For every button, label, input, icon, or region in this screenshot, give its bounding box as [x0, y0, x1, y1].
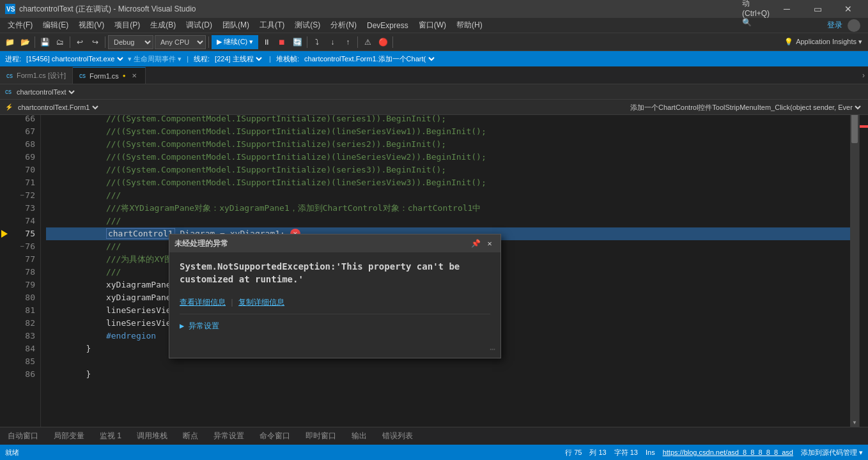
lightbulb-icon: 💡	[784, 38, 793, 46]
restore-button[interactable]: ▭	[803, 0, 832, 18]
scroll-down-btn[interactable]: ▼	[850, 418, 859, 427]
bottom-tab-breakpoints[interactable]: 断点	[180, 429, 201, 443]
step-over-btn[interactable]: ⤵	[310, 35, 324, 49]
menu-devexpress[interactable]: DevExpress	[362, 18, 414, 33]
save-all-btn[interactable]: 🗂	[53, 35, 67, 49]
platform-dropdown[interactable]: Any CPU	[155, 35, 206, 49]
separator-2	[70, 36, 70, 48]
redo-btn[interactable]: ↪	[88, 35, 102, 49]
view-details-link[interactable]: 查看详细信息	[180, 296, 226, 309]
bottom-tab-autowindow[interactable]: 自动窗口	[5, 429, 41, 443]
breadcrumb-right: 添加一个ChartControl控件ToolStripMenuItem_Clic…	[628, 103, 863, 112]
tab-form1-design[interactable]: cs Form1.cs [设计]	[0, 67, 73, 84]
bottom-tab-locals[interactable]: 局部变量	[51, 429, 87, 443]
code-line-67: //((System.ComponentModel.ISupportInitia…	[46, 125, 850, 138]
login-link[interactable]: 登录	[827, 20, 842, 31]
stack-dropdown[interactable]: chartcontrolText.Form1.添加一个Chart(	[302, 54, 437, 63]
close-button[interactable]: ✕	[833, 0, 863, 18]
method-dropdown[interactable]: 添加一个ChartControl控件ToolStripMenuItem_Clic…	[628, 103, 863, 112]
bottom-tab-exceptsettings[interactable]: 异常设置	[211, 429, 247, 443]
bottom-tab-immediate[interactable]: 即时窗口	[303, 429, 339, 443]
ln-85: 85	[12, 355, 35, 368]
menu-team[interactable]: 团队(M)	[217, 18, 254, 33]
exception-footer: ⋯	[169, 340, 500, 358]
bottom-tab-watch1[interactable]: 监视 1	[97, 429, 124, 443]
exception-settings-toggle[interactable]: ▶ 异常设置	[180, 319, 219, 332]
copy-details-link[interactable]: 复制详细信息	[238, 296, 284, 309]
debug-config-dropdown[interactable]: Debug Release	[108, 35, 153, 49]
breakpoints-btn[interactable]: 🔴	[376, 35, 390, 49]
separator-7	[392, 36, 393, 48]
bottom-tab-commandwindow[interactable]: 命令窗口	[257, 429, 293, 443]
menu-help[interactable]: 帮助(H)	[451, 18, 488, 33]
bottom-tab-errorlist[interactable]: 错误列表	[380, 429, 415, 443]
stack-label: 堆栈帧:	[276, 54, 299, 64]
restart-btn[interactable]: 🔄	[290, 35, 304, 49]
toolbar: 📁 📂 💾 🗂 ↩ ↪ Debug Release Any CPU ▶ 继续(C…	[0, 33, 868, 51]
form1-class-dropdown[interactable]: chartcontrolText.Form1	[15, 103, 100, 112]
minimize-button[interactable]: ─	[772, 0, 802, 18]
exception-settings-btn[interactable]: ⚠	[360, 35, 375, 49]
ln-75: 75	[12, 227, 35, 240]
collapse-76[interactable]: ─	[20, 240, 24, 253]
scroll-thumb[interactable]	[851, 111, 858, 143]
open-btn[interactable]: 📂	[18, 35, 32, 49]
menu-view[interactable]: 视图(V)	[74, 18, 109, 33]
exception-close-button[interactable]: ✕	[484, 238, 495, 249]
undo-btn[interactable]: ↩	[73, 35, 87, 49]
vertical-scrollbar[interactable]: ▲ ▼	[850, 100, 859, 427]
collapse-72[interactable]: ─	[20, 189, 24, 202]
nav-icon: cs	[5, 88, 12, 95]
bottom-tab-callstack[interactable]: 调用堆栈	[134, 429, 170, 443]
ln-78: 78	[12, 266, 35, 279]
save-btn[interactable]: 💾	[38, 35, 52, 49]
menu-edit[interactable]: 编辑(E)	[38, 18, 74, 33]
status-char: 字符 13	[614, 448, 638, 457]
class-dropdown[interactable]: chartcontrolText	[14, 88, 77, 96]
quick-launch[interactable]: 快速启动 (Ctrl+Q) 🔍	[741, 0, 771, 14]
lifecycle-btn[interactable]: ▾ 生命周期事件 ▾	[128, 54, 182, 64]
menu-debug[interactable]: 调试(D)	[181, 18, 217, 33]
menu-test[interactable]: 测试(S)	[290, 18, 325, 33]
bottom-tab-output[interactable]: 输出	[349, 429, 369, 443]
pin-button[interactable]: 📌	[470, 238, 481, 249]
status-right: 行 75 列 13 字符 13 Ins https://blog.csdn.ne…	[565, 448, 863, 457]
status-source-control[interactable]: 添加到源代码管理 ▾	[801, 448, 863, 457]
thread-dropdown[interactable]: [224] 主线程	[212, 54, 264, 63]
new-project-btn[interactable]: 📁	[3, 35, 17, 49]
gutter-line	[0, 176, 9, 189]
tab-bar: cs Form1.cs [设计] cs Form1.cs ● ✕ ›	[0, 66, 868, 84]
step-into-btn[interactable]: ↓	[325, 35, 339, 49]
ln-71: 71	[12, 176, 35, 189]
tab-close-btn[interactable]: ✕	[130, 72, 139, 80]
menu-tools[interactable]: 工具(T)	[254, 18, 290, 33]
menu-project[interactable]: 项目(P)	[109, 18, 145, 33]
line-numbers: 65 66 67 68 69 70 71 ─72 73 74 75 ─76 77…	[9, 100, 41, 427]
ln-77: 77	[12, 253, 35, 266]
menu-analyze[interactable]: 分析(N)	[325, 18, 362, 33]
process-dropdown[interactable]: [15456] chartcontrolText.exe	[24, 54, 125, 63]
separator-3	[105, 36, 105, 48]
breadcrumb-left: ⚡ chartcontrolText.Form1	[5, 103, 100, 112]
code-content[interactable]: //((System.ComponentModel.ISupportInitia…	[41, 100, 850, 427]
separator-1	[35, 36, 35, 48]
tab-scroll-right[interactable]: ›	[859, 67, 868, 84]
pause-btn[interactable]: ⏸	[260, 35, 274, 49]
ln-79: 79	[12, 279, 35, 291]
ln-86: 86	[12, 368, 35, 381]
menu-window[interactable]: 窗口(W)	[414, 18, 451, 33]
continue-button[interactable]: ▶ 继续(C) ▾	[212, 35, 258, 49]
main-content-area: 65 66 67 68 69 70 71 ─72 73 74 75 ─76 77…	[0, 100, 868, 427]
resize-handle[interactable]: ⋯	[490, 342, 495, 355]
process-segment: 进程: [15456] chartcontrolText.exe ▾ 生命周期事…	[5, 54, 182, 64]
stop-btn[interactable]: ⏹	[275, 35, 289, 49]
step-out-btn[interactable]: ↑	[341, 35, 355, 49]
tab-form1-cs[interactable]: cs Form1.cs ● ✕	[73, 67, 146, 84]
error-marker	[860, 125, 868, 128]
menu-build[interactable]: 生成(B)	[145, 18, 181, 33]
tab-label-1: Form1.cs [设计]	[17, 71, 66, 80]
app-insights-button[interactable]: 💡 Application Insights ▾	[781, 36, 865, 48]
menu-file[interactable]: 文件(F)	[3, 18, 38, 33]
editor-nav-right: ⚡ chartcontrolText.Form1 添加一个ChartContro…	[0, 100, 868, 115]
status-url[interactable]: https://blog.csdn.net/asd_8_8_8_8_8_asd	[663, 448, 793, 456]
